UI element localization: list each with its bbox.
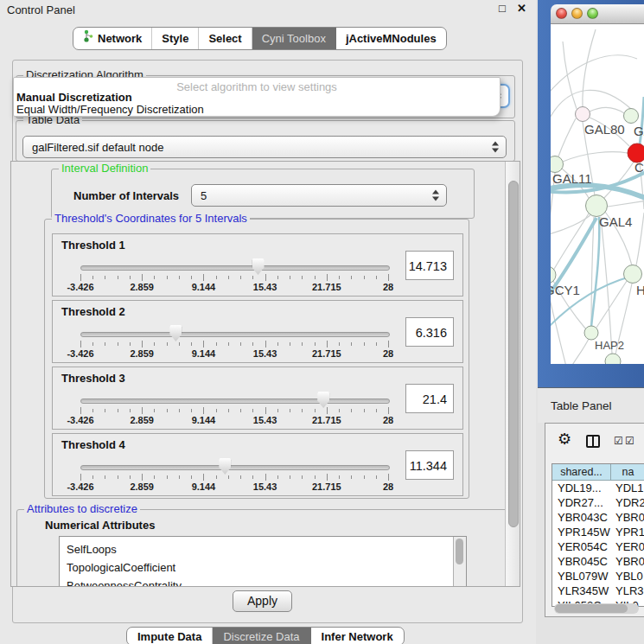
cell-shared-name[interactable]: YBL079W [552, 569, 611, 583]
settings-scrollbar-thumb[interactable] [508, 181, 519, 527]
cell-name[interactable]: YLR3 [611, 583, 644, 598]
threshold-slider-handle[interactable] [252, 258, 265, 275]
threshold-slider-handle[interactable] [219, 458, 231, 475]
tab-cyni-toolbox[interactable]: Cyni Toolbox [252, 28, 336, 49]
attr-items-host: SelfLoopsTopologicalCoefficientBetweenne… [60, 540, 466, 587]
tick-mark [179, 475, 180, 479]
table-row[interactable]: YPR145WYPR1 [552, 525, 644, 539]
column-header-name[interactable]: na [611, 464, 644, 481]
table-horizontal-scrollbar[interactable] [554, 603, 639, 614]
network-window-titlebar[interactable] [551, 4, 644, 24]
table-panel-titlebar: Table Panel [538, 387, 644, 423]
network-node[interactable] [586, 195, 608, 217]
attribute-list-item[interactable]: BetweennessCentrality [60, 577, 466, 587]
cell-name[interactable]: YBR0 [611, 554, 644, 569]
table-row[interactable]: YBR043CYBR0 [552, 510, 644, 525]
tab-network[interactable]: Network [73, 28, 152, 49]
threshold-value-field[interactable]: 21.4 [405, 384, 454, 413]
tab-impute-data[interactable]: Impute Data [127, 628, 213, 644]
cell-shared-name[interactable]: YDR27... [552, 495, 611, 510]
cell-name[interactable]: YBL0 [611, 569, 644, 583]
tab-label: Cyni Toolbox [262, 28, 326, 49]
threshold-slider-track[interactable] [80, 465, 390, 470]
apply-button[interactable]: Apply [233, 590, 292, 612]
gear-icon[interactable]: ⚙ [558, 431, 571, 447]
threshold-value-field[interactable]: 11.344 [405, 450, 454, 480]
network-node[interactable] [624, 265, 642, 284]
cell-name[interactable]: YDL1 [611, 481, 644, 495]
network-canvas[interactable]: GAL80GACGAL11GAL4GCY1HHAP2 [551, 24, 644, 364]
table-row[interactable]: YBL079WYBL0 [552, 569, 644, 583]
checkbox-icon[interactable]: ☑ [625, 435, 634, 447]
cell-name[interactable]: YER0 [611, 539, 644, 554]
cell-shared-name[interactable]: YER054C [552, 539, 611, 554]
network-edge [563, 152, 628, 162]
tick-label: -3.426 [67, 481, 93, 492]
tab-infer-network[interactable]: Infer Network [311, 628, 404, 644]
cell-shared-name[interactable]: YDL19... [552, 481, 611, 495]
zoom-traffic-light[interactable] [587, 8, 598, 19]
cell-shared-name[interactable]: YBR043C [552, 510, 611, 525]
tick-mark [302, 342, 303, 346]
tab-jactivemnodules[interactable]: jActiveMNodules [336, 28, 446, 49]
threshold-slider-track[interactable] [80, 332, 390, 337]
network-node[interactable] [576, 107, 590, 122]
table-data-combobox[interactable]: galFiltered.sif default node [22, 136, 507, 158]
split-columns-icon[interactable] [586, 435, 600, 448]
attributes-scrollbar-thumb[interactable] [456, 539, 463, 564]
popup-option-equal-width-frequency[interactable]: Equal Width/Frequency Discretization [16, 103, 204, 116]
network-node[interactable] [551, 266, 556, 284]
tick-label: 21.715 [312, 481, 341, 492]
popup-option-manual-discretization[interactable]: Manual Discretization [16, 91, 132, 104]
table-row[interactable]: YLR345WYLR3 [552, 583, 644, 598]
threshold-slider-handle[interactable] [317, 392, 329, 408]
network-edge-highlighted [591, 217, 599, 327]
column-header-shared-name[interactable]: shared... [552, 464, 611, 481]
settings-scrollbar[interactable] [505, 162, 520, 586]
tick-mark [216, 409, 217, 412]
network-node[interactable] [605, 354, 621, 364]
slider-ticks [80, 341, 389, 348]
minimize-traffic-light[interactable] [571, 8, 583, 19]
table-row[interactable]: YER054CYER0 [552, 539, 644, 554]
threshold-value-field[interactable]: 6.316 [405, 317, 454, 347]
number-of-intervals-combobox[interactable]: 5 [191, 184, 447, 207]
checkbox-icon[interactable]: ☑ [614, 435, 623, 447]
tab-style[interactable]: Style [152, 28, 199, 49]
table-row[interactable]: YDR27...YDR2 [552, 495, 644, 510]
close-traffic-light[interactable] [556, 8, 567, 19]
threshold-slider-track[interactable] [80, 265, 390, 271]
tick-label: 15.43 [253, 282, 277, 292]
tab-discretize-data[interactable]: Discretize Data [213, 628, 310, 644]
cell-shared-name[interactable]: YPR145W [552, 525, 611, 539]
network-edge [636, 213, 644, 265]
cell-shared-name[interactable]: YLR345W [552, 583, 611, 598]
network-node[interactable] [624, 109, 639, 124]
tick-mark [302, 475, 303, 479]
tab-select[interactable]: Select [199, 28, 252, 49]
float-window-icon[interactable]: □ [499, 2, 506, 15]
tick-mark [240, 475, 241, 479]
cell-name[interactable]: YBR0 [611, 510, 644, 525]
attribute-list-item[interactable]: TopologicalCoefficient [60, 558, 466, 577]
tick-mark [252, 475, 253, 479]
close-icon[interactable]: ✕ [517, 2, 526, 15]
network-node[interactable] [584, 326, 598, 340]
attribute-list-item[interactable]: SelfLoops [60, 540, 466, 558]
tick-mark [277, 475, 278, 479]
thresholds-group: Threshold's Coordinates for 5 Intervals … [44, 219, 469, 499]
threshold-value-field[interactable]: 14.713 [405, 251, 454, 280]
table-row[interactable]: YBR045CYBR0 [552, 554, 644, 569]
table-header-row: shared... na [552, 464, 644, 481]
tick-mark [154, 342, 155, 346]
cell-name[interactable]: YDR2 [611, 495, 644, 510]
cell-shared-name[interactable]: YBR045C [552, 554, 611, 569]
threshold-slider-track[interactable] [80, 399, 390, 404]
table-row[interactable]: YDL19...YDL1 [552, 481, 644, 495]
network-node[interactable] [551, 156, 564, 173]
tick-mark [80, 341, 81, 348]
threshold-slider-handle[interactable] [169, 325, 182, 341]
attributes-scrollbar[interactable] [453, 537, 466, 587]
table-horizontal-scrollbar-thumb[interactable] [555, 604, 628, 613]
cell-name[interactable]: YPR1 [611, 525, 644, 539]
